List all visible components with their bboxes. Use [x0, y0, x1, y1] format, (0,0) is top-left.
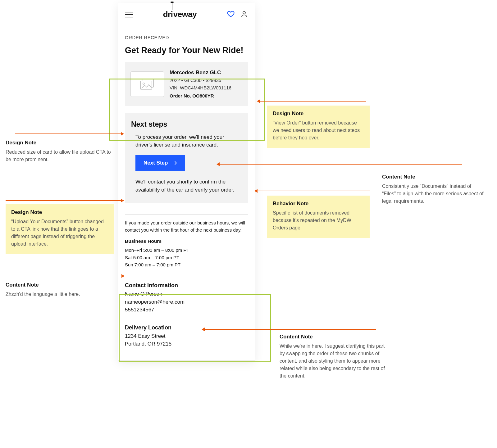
arrow-icon — [7, 276, 124, 276]
annotation-body: Consistently use “Documents” instead of … — [382, 183, 485, 205]
next-steps-card: Next steps To process your order, we'll … — [125, 113, 248, 203]
annotation-title: Behavior Note — [273, 201, 364, 207]
arrow-icon — [217, 164, 462, 165]
delivery-heading: Delivery Location — [125, 324, 248, 331]
contact-name: Name O'Person — [125, 290, 248, 298]
svg-rect-2 — [140, 81, 152, 89]
biz-line-2: Sat 5:00 am – 7:00 pm PT — [125, 254, 248, 261]
logo: driveway — [163, 10, 197, 19]
annotation-title: Content Note — [6, 282, 111, 288]
annotation-title: Design Note — [273, 111, 364, 117]
arrow-icon — [255, 191, 370, 191]
arrow-icon — [257, 101, 366, 102]
arrow-icon — [202, 329, 376, 330]
vehicle-vin: VIN: WDC4M4HB2LW001116 — [170, 84, 242, 92]
annotation-body: “Upload Your Documents” button changed t… — [11, 218, 109, 248]
next-followup: We'll contact you shortly to confirm the… — [131, 178, 242, 195]
contact-email: nameoperson@here.com — [125, 298, 248, 306]
next-step-button[interactable]: Next Step — [135, 155, 185, 171]
vehicle-meta: 2022 • GLC300 • $29835 — [170, 77, 242, 84]
hamburger-icon[interactable] — [125, 12, 133, 17]
annotation: Design Note “Upload Your Documents” butt… — [6, 204, 114, 254]
annotation-title: Content Note — [382, 174, 485, 180]
annotation-body: “View Order” button removed because we n… — [273, 119, 364, 142]
biz-line-1: Mon–Fri 5:00 am – 8:00 pm PT — [125, 247, 248, 254]
annotation: Content Note Consistently use “Documents… — [382, 174, 485, 205]
app-header: driveway — [118, 3, 255, 26]
image-placeholder-icon — [130, 71, 164, 97]
vehicle-name: Mercedes-Benz GLC — [170, 68, 242, 77]
annotation-body: While we're in here, I suggest clarifyin… — [280, 342, 388, 380]
eyebrow: ORDER RECEIVED — [125, 35, 248, 40]
business-hours-heading: Business Hours — [125, 238, 248, 244]
vehicle-order: Order No. OO800YR — [170, 92, 242, 100]
phone-body: ORDER RECEIVED Get Ready for Your New Ri… — [118, 26, 255, 360]
annotation: Design Note Reduced size of card to allo… — [6, 140, 111, 163]
phone-mock: driveway ORDER RECEIVED Get Ready for Yo… — [118, 3, 255, 360]
vehicle-card: Mercedes-Benz GLC 2022 • GLC300 • $29835… — [125, 62, 248, 106]
annotation: Content Note While we're in here, I sugg… — [280, 334, 388, 380]
person-icon[interactable] — [240, 10, 248, 19]
page-title: Get Ready for Your New Ride! — [125, 46, 248, 55]
delivery-line2: Portland, OR 97215 — [125, 340, 248, 348]
arrow-icon — [15, 133, 124, 134]
arrow-right-icon — [171, 161, 177, 165]
business-note: If you made your order outside our busin… — [125, 219, 248, 233]
next-steps-heading: Next steps — [131, 120, 242, 129]
annotation-body: Zhzzh'd the language a little here. — [6, 291, 111, 298]
annotation-title: Design Note — [6, 140, 111, 146]
annotation-body: Reduced size of card to allow file uploa… — [6, 148, 111, 163]
annotation: Behavior Note Specific list of documents… — [267, 196, 370, 238]
heart-icon[interactable] — [227, 10, 235, 19]
annotation-body: Specific list of documents removed becau… — [273, 209, 364, 232]
annotation-title: Content Note — [280, 334, 388, 340]
annotation: Design Note “View Order” button removed … — [267, 106, 370, 148]
annotation: Content Note Zhzzh'd the language a litt… — [6, 282, 111, 298]
svg-point-0 — [243, 11, 245, 14]
divider — [125, 274, 248, 274]
contact-heading: Contact Information — [125, 282, 248, 289]
contact-phone: 5551234567 — [125, 306, 248, 314]
annotation-title: Design Note — [11, 209, 109, 215]
next-step-label: Next Step — [144, 160, 168, 166]
delivery-line1: 1234 Easy Street — [125, 332, 248, 340]
arrow-icon — [6, 200, 124, 201]
next-steps-intro: To process your order, we'll need your d… — [131, 133, 242, 155]
biz-line-3: Sun 7:00 am – 7:00 pm PT — [125, 261, 248, 268]
divider — [125, 214, 248, 215]
